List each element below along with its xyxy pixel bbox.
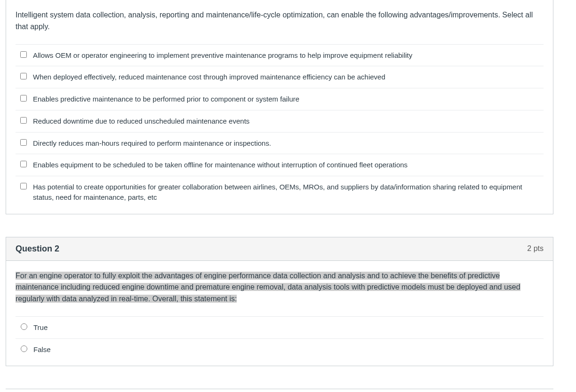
question-2-title: Question 2	[16, 244, 59, 254]
question-2-block: Question 2 2 pts For an engine operator …	[6, 237, 553, 367]
q2-radio-false[interactable]	[21, 345, 27, 352]
q1-option-label-3: Reduced downtime due to reduced unschedu…	[33, 116, 249, 126]
question-1-block: Intelligent system data collection, anal…	[6, 0, 553, 214]
question-2-prompt-text: For an engine operator to fully exploit …	[16, 272, 520, 303]
q2-option-label-false: False	[33, 345, 51, 355]
q1-option-label-6: Has potential to create opportunities fo…	[33, 182, 541, 203]
question-1-prompt: Intelligent system data collection, anal…	[16, 9, 544, 33]
question-2-prompt: For an engine operator to fully exploit …	[16, 270, 544, 305]
q1-checkbox-6[interactable]	[20, 183, 27, 189]
question-2-points: 2 pts	[527, 244, 544, 253]
next-question-top-border	[6, 389, 553, 391]
q1-checkbox-0[interactable]	[20, 51, 27, 58]
q1-option-2[interactable]: Enables predictive maintenance to be per…	[16, 88, 544, 110]
q1-option-6[interactable]: Has potential to create opportunities fo…	[16, 176, 544, 208]
q1-checkbox-5[interactable]	[20, 161, 27, 167]
q1-checkbox-2[interactable]	[20, 95, 27, 102]
question-2-body: For an engine operator to fully exploit …	[6, 261, 553, 366]
q1-option-0[interactable]: Allows OEM or operator engineering to im…	[16, 45, 544, 67]
q1-checkbox-3[interactable]	[20, 117, 27, 124]
q2-option-false[interactable]: False	[16, 339, 544, 361]
q1-option-label-5: Enables equipment to be scheduled to be …	[33, 160, 408, 170]
q1-option-4[interactable]: Directly reduces man-hours required to p…	[16, 133, 544, 155]
q1-option-3[interactable]: Reduced downtime due to reduced unschedu…	[16, 110, 544, 133]
q2-option-label-true: True	[33, 322, 48, 333]
question-2-answers: True False	[16, 316, 544, 361]
q2-radio-true[interactable]	[21, 323, 27, 330]
q1-checkbox-4[interactable]	[20, 139, 27, 146]
q1-option-5[interactable]: Enables equipment to be scheduled to be …	[16, 154, 544, 176]
question-1-answers: Allows OEM or operator engineering to im…	[16, 44, 544, 208]
question-2-header: Question 2 2 pts	[6, 237, 553, 261]
q1-option-1[interactable]: When deployed effectively, reduced maint…	[16, 66, 544, 88]
q1-checkbox-1[interactable]	[20, 73, 27, 79]
q2-option-true[interactable]: True	[16, 317, 544, 339]
q1-option-label-4: Directly reduces man-hours required to p…	[33, 138, 271, 149]
q1-option-label-2: Enables predictive maintenance to be per…	[33, 94, 299, 104]
question-1-body: Intelligent system data collection, anal…	[6, 0, 553, 214]
q1-option-label-0: Allows OEM or operator engineering to im…	[33, 50, 412, 61]
q1-option-label-1: When deployed effectively, reduced maint…	[33, 72, 385, 82]
